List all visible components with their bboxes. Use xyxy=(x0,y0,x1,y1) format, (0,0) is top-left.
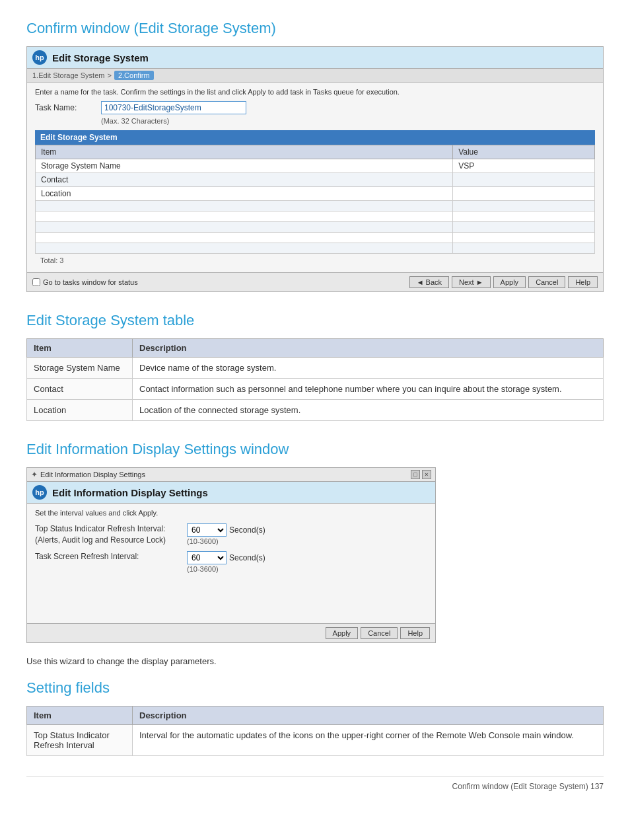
table-row xyxy=(36,243,595,254)
inner-table-header: Edit Storage System xyxy=(35,130,595,145)
section-title-edit-storage-table: Edit Storage System table xyxy=(26,312,604,329)
task-screen-hint: (10-3600) xyxy=(187,565,265,573)
edit-storage-ref-table: Item Description Storage System Name Dev… xyxy=(26,338,604,421)
table-row xyxy=(36,201,595,211)
top-status-interval-select[interactable]: 60 xyxy=(187,523,227,537)
cancel-button[interactable]: Cancel xyxy=(528,276,565,288)
task-name-label: Task Name: xyxy=(35,103,94,112)
info-apply-button[interactable]: Apply xyxy=(326,627,359,639)
form-row-task-screen: Task Screen Refresh Interval: 60 Second(… xyxy=(35,551,427,573)
goto-tasks-label: Go to tasks window for status xyxy=(43,278,138,286)
star-icon: ✦ xyxy=(31,470,38,479)
form-control-row: 60 Second(s) xyxy=(187,523,265,537)
edit-storage-system-window: hp Edit Storage System 1.Edit Storage Sy… xyxy=(26,46,604,292)
sf-col-item: Item xyxy=(27,706,133,724)
window-content: Enter a name for the task. Confirm the s… xyxy=(27,83,603,272)
btn-bar-left: Go to tasks window for status xyxy=(32,278,407,286)
table-row: Storage System Name Device name of the s… xyxy=(27,358,604,379)
info-display-settings-window: ✦ Edit Information Display Settings □ × … xyxy=(26,467,436,643)
hp-logo-icon: hp xyxy=(32,485,47,500)
form-row-top-status: Top Status Indicator Refresh Interval: (… xyxy=(35,523,427,546)
sf-description: Interval for the automatic updates of th… xyxy=(133,724,604,755)
table-row: Contact xyxy=(36,173,595,187)
minimize-button[interactable]: □ xyxy=(411,470,420,479)
wizard-note: Use this wizard to change the display pa… xyxy=(26,656,604,666)
hp-logo-icon: hp xyxy=(32,50,47,65)
table-row: Top Status Indicator Refresh Interval In… xyxy=(27,724,604,755)
top-status-hint: (10-3600) xyxy=(187,537,265,545)
form-label-top-status: Top Status Indicator Refresh Interval: (… xyxy=(35,523,180,546)
breadcrumb-separator: > xyxy=(107,71,111,79)
window-button-bar: Go to tasks window for status ◄ Back Nex… xyxy=(27,272,603,291)
ref-description: Location of the connected storage system… xyxy=(133,400,604,421)
form-control-top-status: 60 Second(s) (10-3600) xyxy=(187,523,265,545)
edit-storage-inner-table: Item Value Storage System Name VSP Conta… xyxy=(35,145,595,254)
task-name-hint: (Max. 32 Characters) xyxy=(101,117,595,125)
footer-text: Confirm window (Edit Storage System) 137 xyxy=(452,782,604,791)
info-window-content: Set the interval values and click Apply.… xyxy=(27,504,435,584)
info-window-titlebar: hp Edit Information Display Settings xyxy=(27,482,435,504)
page-footer: Confirm window (Edit Storage System) 137 xyxy=(26,776,604,791)
ref-col-description: Description xyxy=(133,339,604,358)
cell-item: Storage System Name xyxy=(36,159,453,173)
help-button[interactable]: Help xyxy=(568,276,598,288)
ref-item: Location xyxy=(27,400,133,421)
next-button[interactable]: Next ► xyxy=(452,276,491,288)
task-screen-unit: Second(s) xyxy=(229,553,265,562)
form-control-row: 60 Second(s) xyxy=(187,551,265,564)
small-titlebar: ✦ Edit Information Display Settings □ × xyxy=(27,468,435,482)
sf-col-description: Description xyxy=(133,706,604,724)
breadcrumb-item-2: 2.Confirm xyxy=(114,71,154,80)
info-cancel-button[interactable]: Cancel xyxy=(361,627,398,639)
info-instruction: Set the interval values and click Apply. xyxy=(35,509,427,517)
cell-item: Location xyxy=(36,187,453,201)
table-row: Storage System Name VSP xyxy=(36,159,595,173)
apply-button[interactable]: Apply xyxy=(493,276,526,288)
instruction-text: Enter a name for the task. Confirm the s… xyxy=(35,88,595,96)
task-name-row: Task Name: xyxy=(35,101,595,114)
col-item: Item xyxy=(36,145,453,159)
info-window-title: Edit Information Display Settings xyxy=(52,487,208,498)
goto-tasks-checkbox[interactable] xyxy=(32,278,40,286)
small-titlebar-left: ✦ Edit Information Display Settings xyxy=(31,470,145,479)
small-titlebar-buttons: □ × xyxy=(411,470,431,479)
sf-item: Top Status Indicator Refresh Interval xyxy=(27,724,133,755)
task-name-input[interactable] xyxy=(101,101,246,114)
table-row: Location Location of the connected stora… xyxy=(27,400,604,421)
top-status-unit: Second(s) xyxy=(229,525,265,535)
col-value: Value xyxy=(453,145,595,159)
table-row xyxy=(36,233,595,243)
breadcrumb-item-1: 1.Edit Storage System xyxy=(32,71,104,79)
info-help-button[interactable]: Help xyxy=(400,627,430,639)
small-titlebar-title: Edit Information Display Settings xyxy=(40,471,145,478)
close-button[interactable]: × xyxy=(422,470,431,479)
table-row: Contact Contact information such as pers… xyxy=(27,379,604,400)
form-label-sub: (Alerts, Audit log and Resource Lock) xyxy=(35,535,166,545)
setting-fields-ref-table: Item Description Top Status Indicator Re… xyxy=(26,706,604,756)
form-control-task-screen: 60 Second(s) (10-3600) xyxy=(187,551,265,573)
ref-item: Storage System Name xyxy=(27,358,133,379)
window-title: Edit Storage System xyxy=(52,52,149,63)
ref-description: Contact information such as personnel an… xyxy=(133,379,604,400)
cell-value: VSP xyxy=(453,159,595,173)
cell-item: Contact xyxy=(36,173,453,187)
table-row xyxy=(36,222,595,233)
form-label-task-screen: Task Screen Refresh Interval: xyxy=(35,551,180,562)
cell-value xyxy=(453,187,595,201)
section-title-info-display: Edit Information Display Settings window xyxy=(26,441,604,458)
task-screen-interval-select[interactable]: 60 xyxy=(187,551,227,564)
table-row: Location xyxy=(36,187,595,201)
breadcrumb: 1.Edit Storage System > 2.Confirm xyxy=(27,69,603,83)
table-row xyxy=(36,211,595,222)
info-button-bar: Apply Cancel Help xyxy=(27,623,435,642)
window-titlebar: hp Edit Storage System xyxy=(27,47,603,69)
total-row: Total: 3 xyxy=(35,254,595,267)
ref-item: Contact xyxy=(27,379,133,400)
ref-description: Device name of the storage system. xyxy=(133,358,604,379)
section-title-setting-fields: Setting fields xyxy=(26,679,604,697)
cell-value xyxy=(453,173,595,187)
ref-col-item: Item xyxy=(27,339,133,358)
back-button[interactable]: ◄ Back xyxy=(409,276,449,288)
section-title-confirm: Confirm window (Edit Storage System) xyxy=(26,20,604,37)
